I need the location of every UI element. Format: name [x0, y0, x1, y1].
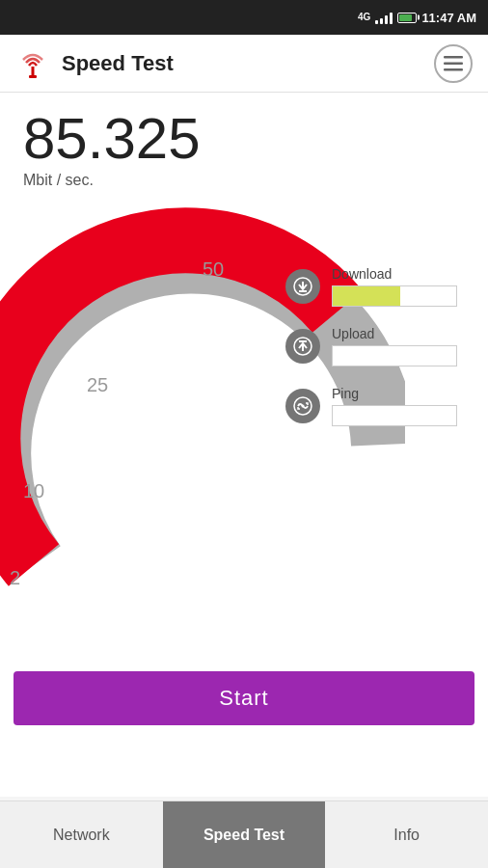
- battery-icon: [397, 13, 417, 23]
- svg-rect-3: [444, 62, 463, 65]
- download-metric: Download: [285, 266, 469, 307]
- history-icon: [444, 55, 463, 72]
- svg-text:25: 25: [87, 374, 108, 395]
- svg-point-17: [302, 405, 305, 408]
- app-header: Speed Test: [0, 35, 488, 93]
- ping-info: Ping: [332, 386, 469, 426]
- ping-metric: Ping: [285, 386, 469, 426]
- clock: 11:47 AM: [421, 11, 476, 25]
- download-icon-circle: [285, 269, 320, 304]
- speed-unit: Mbit / sec.: [23, 172, 201, 189]
- metrics-panel: Download Upload: [285, 266, 469, 446]
- tab-speed-test[interactable]: Speed Test: [163, 801, 326, 868]
- upload-bar: [332, 345, 457, 366]
- ping-icon: [293, 396, 312, 416]
- svg-rect-4: [444, 68, 463, 71]
- app-logo-icon: [15, 46, 50, 81]
- speed-display: 85.325 Mbit / sec.: [23, 110, 201, 189]
- download-bar-fill: [333, 286, 400, 306]
- svg-rect-2: [444, 56, 463, 59]
- network-type: 4G: [358, 13, 370, 22]
- svg-text:2: 2: [10, 567, 20, 588]
- ping-icon-circle: [285, 389, 320, 423]
- download-icon: [293, 277, 312, 296]
- upload-label: Upload: [332, 326, 469, 341]
- svg-text:50: 50: [203, 258, 224, 280]
- download-info: Download: [332, 266, 469, 307]
- tab-info[interactable]: Info: [325, 801, 488, 868]
- bottom-nav: Network Speed Test Info: [0, 800, 488, 868]
- upload-info: Upload: [332, 326, 469, 366]
- ping-label: Ping: [332, 386, 469, 401]
- app-title: Speed Test: [62, 51, 174, 76]
- upload-icon-circle: [285, 329, 320, 364]
- upload-icon: [293, 337, 312, 356]
- status-bar: 4G 11:47 AM: [0, 0, 488, 35]
- history-button[interactable]: [434, 44, 473, 83]
- svg-text:10: 10: [23, 480, 44, 502]
- main-content: 85.325 Mbit / sec. 2 10 25 50 150: [0, 93, 488, 797]
- upload-metric: Upload: [285, 326, 469, 366]
- start-button[interactable]: Start: [14, 671, 474, 725]
- download-bar: [332, 285, 457, 307]
- speed-value: 85.325: [23, 110, 201, 168]
- download-label: Download: [332, 266, 469, 282]
- signal-strength-icon: [375, 11, 393, 24]
- tab-network[interactable]: Network: [0, 801, 163, 868]
- svg-rect-1: [29, 75, 37, 78]
- ping-bar: [332, 405, 457, 426]
